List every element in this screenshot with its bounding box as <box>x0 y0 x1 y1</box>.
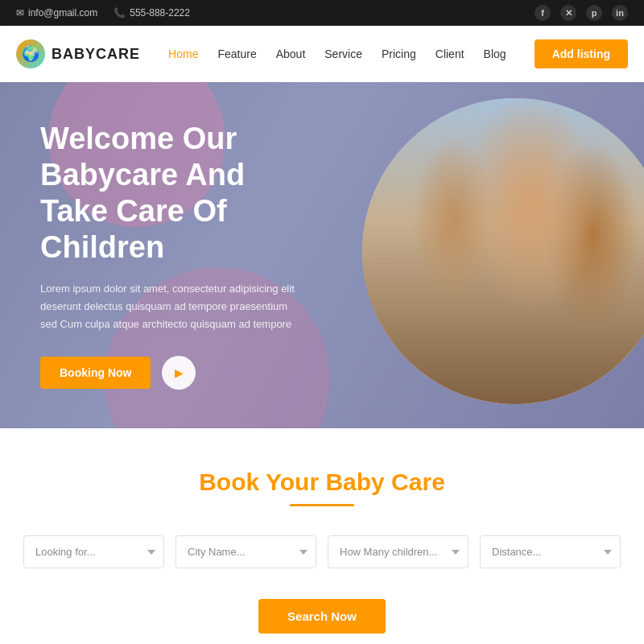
children-select[interactable]: How Many children... 1 2 3+ <box>328 535 469 568</box>
svg-rect-0 <box>362 98 644 404</box>
book-title: Book Your Baby Care <box>16 469 628 496</box>
phone-icon: 📞 <box>114 7 126 19</box>
svg-point-10 <box>515 132 596 177</box>
twitter-icon[interactable]: ✕ <box>560 5 576 21</box>
nav-links: Home Feature About Service Pricing Clien… <box>168 44 506 64</box>
nav-feature[interactable]: Feature <box>217 44 256 64</box>
email-text: info@gmail.com <box>28 7 97 19</box>
nav-home[interactable]: Home <box>168 44 198 64</box>
nav-pricing[interactable]: Pricing <box>382 44 416 64</box>
search-now-button[interactable]: Search Now <box>258 599 386 634</box>
nav-client[interactable]: Client <box>436 44 464 64</box>
social-links: f ✕ p in <box>535 5 628 21</box>
svg-marker-20 <box>592 336 600 348</box>
navbar: 🌍 BABYCARE Home Feature About Service Pr… <box>0 26 644 82</box>
pinterest-icon[interactable]: p <box>586 5 602 21</box>
email-icon: ✉ <box>16 7 24 19</box>
top-bar-contact: ✉ info@gmail.com 📞 555-888-2222 <box>16 7 190 19</box>
hero-image-area <box>354 82 644 428</box>
svg-point-9 <box>495 271 600 344</box>
svg-point-2 <box>423 187 511 316</box>
svg-rect-14 <box>586 328 621 332</box>
svg-point-11 <box>580 283 628 332</box>
nav-blog[interactable]: Blog <box>484 44 506 64</box>
play-button[interactable]: ▶ <box>162 356 196 390</box>
svg-point-6 <box>424 155 453 235</box>
book-form: Looking for... Babysitter Daycare Nanny … <box>16 535 628 568</box>
booking-now-button[interactable]: Booking Now <box>40 357 151 389</box>
svg-rect-19 <box>596 316 644 341</box>
top-bar: ✉ info@gmail.com 📞 555-888-2222 f ✕ p in <box>0 0 644 26</box>
svg-point-3 <box>431 142 503 215</box>
svg-point-17 <box>606 307 644 341</box>
svg-point-4 <box>419 275 515 340</box>
svg-rect-18 <box>523 348 644 360</box>
family-photo <box>362 98 644 404</box>
logo-text: BABYCARE <box>52 46 140 63</box>
nav-service[interactable]: Service <box>324 44 362 64</box>
svg-point-16 <box>580 275 628 304</box>
hero-title: Welcome Our Babycare And Take Care Of Ch… <box>40 121 298 265</box>
book-section: Book Your Baby Care Looking for... Babys… <box>0 428 644 644</box>
phone-item: 📞 555-888-2222 <box>114 7 190 19</box>
hero-section: Welcome Our Babycare And Take Care Of Ch… <box>0 82 644 428</box>
play-icon: ▶ <box>175 366 184 379</box>
email-item: ✉ info@gmail.com <box>16 7 97 19</box>
hero-description: Lorem ipsum dolor sit amet, consectetur … <box>40 280 298 333</box>
nav-about[interactable]: About <box>276 44 306 64</box>
svg-point-7 <box>499 171 596 316</box>
svg-point-12 <box>580 328 628 368</box>
phone-text: 555-888-2222 <box>130 7 190 19</box>
logo-icon: 🌍 <box>16 39 45 68</box>
svg-rect-1 <box>362 308 644 404</box>
book-title-underline <box>290 504 354 506</box>
distance-select[interactable]: Distance... 5 km 10 km 20 km <box>480 535 621 568</box>
looking-for-select[interactable]: Looking for... Babysitter Daycare Nanny <box>23 535 164 568</box>
family-illustration <box>362 98 644 404</box>
svg-point-8 <box>515 130 596 211</box>
add-listing-button[interactable]: Add listing <box>535 39 628 68</box>
hero-content: Welcome Our Babycare And Take Care Of Ch… <box>0 121 338 390</box>
hero-circle <box>362 98 644 404</box>
linkedin-icon[interactable]: in <box>612 5 628 21</box>
svg-point-5 <box>428 134 506 191</box>
city-select[interactable]: City Name... New York Los Angeles Chicag… <box>175 535 316 568</box>
hero-actions: Booking Now ▶ <box>40 356 298 390</box>
logo[interactable]: 🌍 BABYCARE <box>16 39 140 68</box>
facebook-icon[interactable]: f <box>535 5 551 21</box>
svg-rect-13 <box>586 316 621 322</box>
svg-rect-15 <box>586 336 621 340</box>
